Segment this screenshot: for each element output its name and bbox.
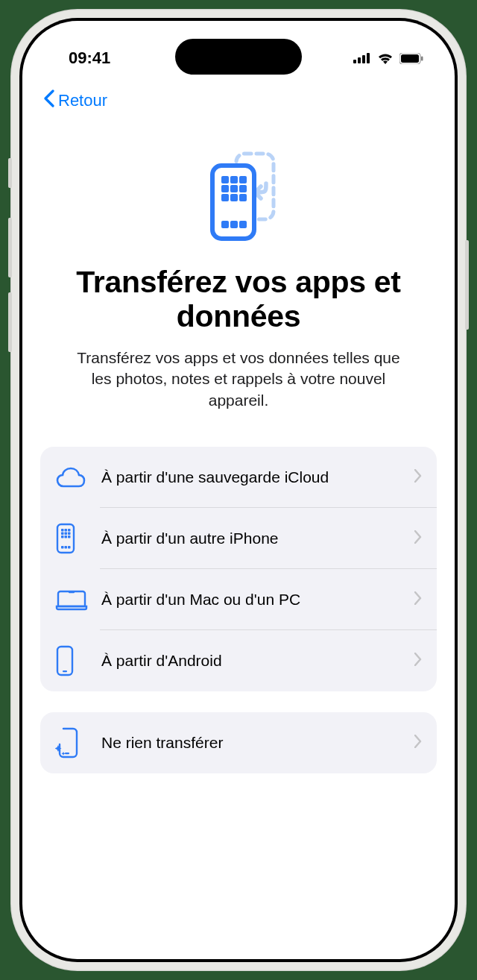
svg-rect-32: [65, 546, 68, 549]
option-iphone[interactable]: À partir d'un autre iPhone: [40, 508, 437, 569]
svg-rect-13: [230, 185, 238, 192]
silent-switch: [8, 158, 12, 188]
phone-sparkle-icon: [55, 727, 91, 758]
option-android[interactable]: À partir d'Android: [40, 630, 437, 691]
back-label: Retour: [58, 91, 107, 110]
svg-rect-15: [221, 194, 229, 201]
svg-rect-6: [421, 56, 423, 60]
svg-rect-28: [61, 535, 64, 538]
chevron-left-icon: [43, 89, 55, 112]
page-title: Transférez vos apps et données: [52, 266, 425, 334]
option-label: À partir d'Android: [91, 651, 414, 670]
transfer-options-group: À partir d'une sauvegarde iCloud À parti…: [40, 447, 437, 691]
nav-bar: Retour: [22, 75, 455, 112]
svg-rect-30: [68, 535, 71, 538]
option-label: À partir d'un Mac ou d'un PC: [91, 590, 414, 609]
chevron-right-icon: [414, 735, 422, 751]
svg-rect-19: [230, 221, 238, 228]
svg-rect-5: [401, 54, 419, 63]
svg-rect-34: [69, 591, 75, 593]
chevron-right-icon: [414, 469, 422, 486]
svg-rect-16: [230, 194, 238, 201]
svg-rect-17: [239, 194, 247, 201]
svg-rect-18: [221, 221, 229, 228]
svg-rect-23: [65, 529, 68, 532]
svg-rect-31: [61, 546, 64, 549]
transfer-icon: [52, 148, 425, 245]
svg-rect-33: [68, 546, 71, 549]
svg-rect-0: [353, 60, 356, 63]
status-time: 09:41: [69, 48, 110, 68]
no-transfer-group: Ne rien transférer: [40, 712, 437, 773]
option-label: Ne rien transférer: [91, 733, 414, 753]
svg-rect-20: [239, 221, 247, 228]
battery-icon: [399, 53, 423, 64]
phone-generic-icon: [55, 645, 91, 676]
svg-rect-27: [68, 532, 71, 535]
svg-rect-25: [61, 532, 64, 535]
option-label: À partir d'un autre iPhone: [91, 529, 414, 548]
svg-rect-12: [221, 185, 229, 192]
volume-up: [8, 218, 12, 277]
hero-section: Transférez vos apps et données Transfére…: [22, 112, 455, 411]
svg-rect-1: [358, 57, 361, 63]
svg-rect-10: [230, 176, 238, 183]
chevron-right-icon: [414, 653, 422, 669]
volume-down: [8, 292, 12, 352]
svg-rect-37: [65, 753, 69, 754]
wifi-icon: [377, 52, 394, 64]
dynamic-island: [175, 39, 302, 75]
iphone-icon: [55, 523, 91, 554]
page-subtitle: Transférez vos apps et vos données telle…: [52, 348, 425, 411]
option-none[interactable]: Ne rien transférer: [40, 712, 437, 773]
chevron-right-icon: [414, 591, 422, 608]
svg-rect-14: [239, 185, 247, 192]
power-button: [465, 240, 469, 330]
svg-rect-22: [61, 529, 64, 532]
svg-rect-24: [68, 529, 71, 532]
phone-frame: 09:41 Re: [10, 9, 467, 971]
svg-rect-3: [367, 53, 370, 63]
option-icloud[interactable]: À partir d'une sauvegarde iCloud: [40, 447, 437, 508]
svg-rect-11: [239, 176, 247, 183]
cellular-icon: [353, 53, 371, 63]
svg-rect-26: [65, 532, 68, 535]
option-label: À partir d'une sauvegarde iCloud: [91, 468, 414, 487]
laptop-icon: [55, 588, 91, 611]
options-container: À partir d'une sauvegarde iCloud À parti…: [22, 411, 455, 773]
svg-rect-29: [65, 535, 68, 538]
cloud-icon: [55, 467, 91, 488]
chevron-right-icon: [414, 530, 422, 547]
svg-rect-2: [362, 55, 365, 63]
back-button[interactable]: Retour: [43, 89, 107, 112]
svg-rect-9: [221, 176, 229, 183]
svg-rect-36: [63, 670, 67, 672]
option-mac-pc[interactable]: À partir d'un Mac ou d'un PC: [40, 569, 437, 630]
